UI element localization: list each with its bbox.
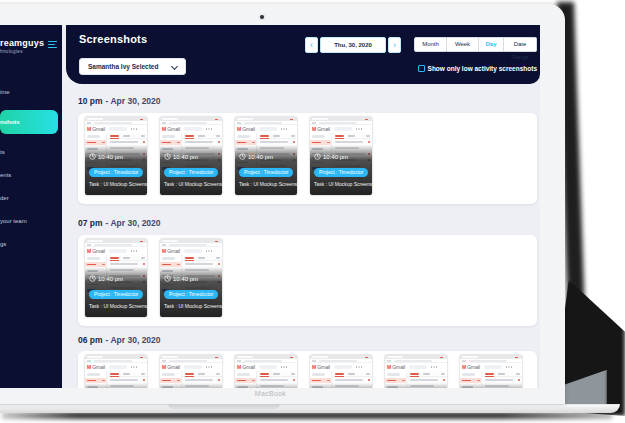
task-label: Task : UI Mockup Screensh... bbox=[89, 181, 147, 187]
task-label: Task : UI Mockup Screensh... bbox=[89, 303, 147, 309]
range-tab-date-range[interactable]: Date Range bbox=[504, 37, 537, 52]
date-navigation: ‹ Thu, 30, 2020 › bbox=[305, 37, 401, 53]
task-label: Task : UI Mockup Screensh... bbox=[314, 181, 372, 187]
user-select-dropdown[interactable]: Samantha Ivy Selected bbox=[79, 58, 186, 75]
screenshot-thumbnail[interactable]: M Gmail bbox=[310, 117, 372, 195]
screenshot-thumbnail[interactable]: M Gmail bbox=[85, 355, 147, 388]
date-prev-button[interactable]: ‹ bbox=[305, 37, 318, 53]
screenshot-thumbnail[interactable]: M Gmail bbox=[160, 239, 222, 317]
toolbar-dots-icon bbox=[131, 250, 132, 251]
gmail-header: M Gmail bbox=[385, 363, 447, 371]
screenshot-thumbnail[interactable]: M Gmail bbox=[310, 355, 372, 388]
gmail-wordmark: Gmail bbox=[242, 126, 255, 132]
screenshots-card: M Gmail bbox=[78, 113, 537, 204]
sidebar-item-label: your team bbox=[0, 218, 27, 224]
screenshot-section: 06 pm- Apr 30, 2020 M Gmail bbox=[78, 335, 537, 388]
browser-url-bar bbox=[460, 359, 522, 363]
low-activity-filter[interactable]: Show only low activity screenshots bbox=[418, 65, 537, 72]
clock-icon bbox=[314, 153, 321, 160]
gmail-header: M Gmail bbox=[160, 363, 222, 371]
screenshot-thumbnail[interactable]: M Gmail bbox=[385, 355, 447, 388]
sidebar-item-payments[interactable]: ents bbox=[0, 170, 62, 180]
gmail-body-preview: 10:40 pm Project : Timedoctor Task : UI … bbox=[160, 255, 222, 317]
toolbar-dots-icon bbox=[281, 128, 282, 129]
checkbox-icon[interactable] bbox=[418, 65, 425, 72]
task-label: Task : UI Mockup Screensh... bbox=[164, 181, 222, 187]
browser-url-bar bbox=[310, 121, 372, 125]
project-badge: Project : Timedoctor bbox=[239, 168, 293, 178]
gmail-logo: M bbox=[87, 364, 91, 370]
sidebar-item-settings[interactable]: gs bbox=[0, 239, 62, 249]
project-badge: Project : Timedoctor bbox=[164, 290, 218, 300]
search-bar bbox=[334, 365, 352, 369]
browser-url-bar bbox=[160, 359, 222, 363]
screenshot-thumbnail[interactable]: M Gmail bbox=[460, 355, 522, 388]
browser-url-bar bbox=[160, 121, 222, 125]
range-tabs: MonthWeekDayDate Range bbox=[414, 37, 537, 52]
sidebar-item-label: ts bbox=[0, 149, 5, 155]
sidebar-item-invite-your-team[interactable]: your team bbox=[0, 216, 62, 226]
gmail-wordmark: Gmail bbox=[392, 364, 405, 370]
screenshot-thumbnail[interactable]: M Gmail bbox=[160, 117, 222, 195]
screenshot-thumbnail[interactable]: M Gmail bbox=[85, 239, 147, 317]
gmail-logo: M bbox=[87, 126, 91, 132]
screenshot-thumbnail[interactable]: M Gmail bbox=[160, 355, 222, 388]
sidebar-item-label: ents bbox=[0, 172, 11, 178]
sidebar-item-time[interactable]: ime bbox=[0, 87, 62, 97]
range-tab-week[interactable]: Week bbox=[447, 37, 479, 52]
sidebar-item-reports[interactable]: ts bbox=[0, 147, 62, 157]
screenshot-thumbnail[interactable]: M Gmail bbox=[235, 117, 297, 195]
toolbar-dots-icon bbox=[356, 128, 357, 129]
hamburger-menu-icon[interactable] bbox=[48, 41, 57, 50]
search-bar bbox=[184, 127, 202, 131]
sidebar-item-reminder[interactable]: der bbox=[0, 193, 62, 203]
gmail-body-preview: 10:40 pm Project : Timedoctor Task : UI … bbox=[235, 133, 297, 195]
laptop-base bbox=[0, 404, 620, 413]
gmail-logo: M bbox=[237, 364, 241, 370]
browser-url-bar bbox=[385, 359, 447, 363]
thumbnail-time: 10:40 pm bbox=[173, 276, 198, 282]
gmail-body-preview: 10:40 pm Project : Timedoctor Task : UI … bbox=[460, 371, 522, 388]
thumbnail-time: 10:40 pm bbox=[173, 154, 198, 160]
gmail-logo: M bbox=[387, 364, 391, 370]
toolbar-dots-icon bbox=[506, 366, 507, 367]
gmail-logo: M bbox=[312, 364, 316, 370]
task-label: Task : UI Mockup Screensh... bbox=[239, 181, 297, 187]
gmail-header: M Gmail bbox=[235, 363, 297, 371]
gmail-logo: M bbox=[162, 126, 166, 132]
toolbar-dots-icon bbox=[281, 366, 282, 367]
thumbnail-overlay: 10:40 pm Project : Timedoctor Task : UI … bbox=[385, 383, 447, 388]
screenshot-thumbnail[interactable]: M Gmail bbox=[85, 117, 147, 195]
sidebar-item-screenshots[interactable]: nshots bbox=[0, 110, 58, 134]
gmail-header: M Gmail bbox=[160, 125, 222, 133]
gmail-header: M Gmail bbox=[85, 247, 147, 255]
screenshot-thumbnail[interactable]: M Gmail bbox=[235, 355, 297, 388]
search-bar bbox=[184, 365, 202, 369]
gmail-body-preview: 10:40 pm Project : Timedoctor Task : UI … bbox=[235, 371, 297, 388]
thumbnail-overlay: 10:40 pm Project : Timedoctor Task : UI … bbox=[160, 383, 222, 388]
screenshot-sections: 10 pm- Apr 30, 2020 M Gmail bbox=[78, 84, 537, 388]
section-date: - Apr 30, 2020 bbox=[106, 96, 161, 106]
thumbnail-overlay: 10:40 pm Project : Timedoctor Task : UI … bbox=[310, 383, 372, 388]
date-next-button[interactable]: › bbox=[388, 37, 401, 53]
gmail-header: M Gmail bbox=[310, 363, 372, 371]
sidebar-item-label: der bbox=[0, 195, 9, 201]
search-bar bbox=[334, 127, 352, 131]
thumbnail-overlay: 10:40 pm Project : Timedoctor Task : UI … bbox=[235, 145, 297, 195]
gmail-wordmark: Gmail bbox=[167, 126, 180, 132]
range-tab-month[interactable]: Month bbox=[414, 37, 447, 52]
gmail-body-preview: 10:40 pm Project : Timedoctor Task : UI … bbox=[385, 371, 447, 388]
thumbnail-time: 10:40 pm bbox=[323, 154, 348, 160]
gmail-wordmark: Gmail bbox=[467, 364, 480, 370]
gmail-body-preview: 10:40 pm Project : Timedoctor Task : UI … bbox=[85, 255, 147, 317]
thumbnail-overlay: 10:40 pm Project : Timedoctor Task : UI … bbox=[160, 267, 222, 317]
sidebar-item-label: gs bbox=[0, 241, 6, 247]
project-badge: Project : Timedoctor bbox=[89, 168, 143, 178]
toolbar-dots-icon bbox=[131, 366, 132, 367]
range-tab-day[interactable]: Day bbox=[479, 37, 504, 52]
gmail-wordmark: Gmail bbox=[167, 364, 180, 370]
search-bar bbox=[259, 127, 277, 131]
section-date: - Apr 30, 2020 bbox=[106, 218, 161, 228]
screenshot-section: 07 pm- Apr 30, 2020 M Gmail bbox=[78, 218, 537, 326]
browser-url-bar bbox=[85, 243, 147, 247]
